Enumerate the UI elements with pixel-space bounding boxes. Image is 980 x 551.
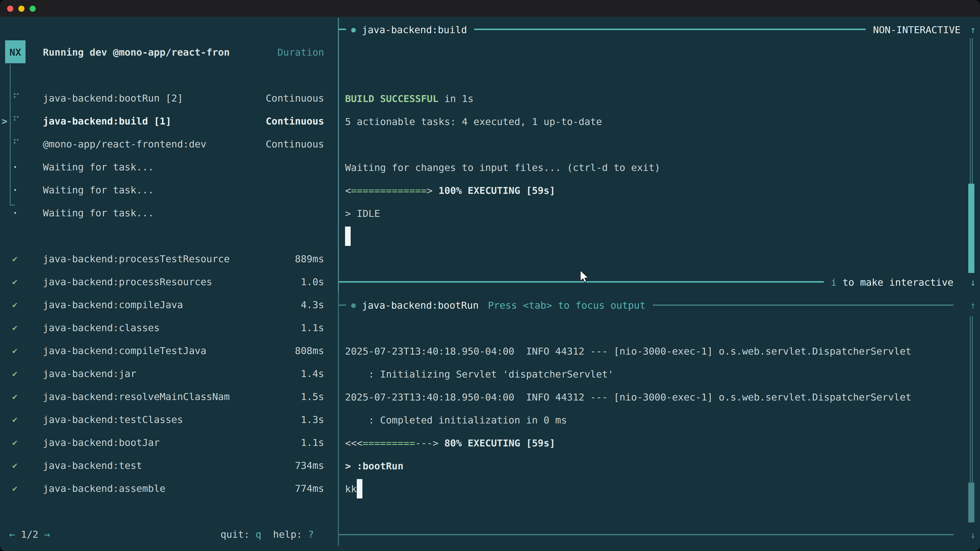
check-icon: ✔ <box>12 368 30 378</box>
scrollbar-thumb[interactable] <box>968 184 974 273</box>
task-label: java-backend:compileTestJava <box>43 345 207 356</box>
task-label: @mono-app/react-frontend:dev <box>43 138 207 149</box>
sidebar-title: Running dev @mono-app/react-fron <box>43 46 230 57</box>
completed-task-row[interactable]: ✔ java-backend:compileTestJava 808ms <box>0 339 334 362</box>
typed-input-text: kk <box>345 483 357 494</box>
progress-bar-fill: ========= <box>363 437 415 448</box>
duration-column-header: Duration <box>277 46 324 57</box>
task-row-frontend-dev[interactable]: ⠋ @mono-app/react-frontend:dev Continuou… <box>0 132 334 155</box>
completed-task-row[interactable]: ✔ java-backend:jar 1.4s <box>0 362 334 385</box>
task-label: java-backend:bootRun [2] <box>43 92 183 103</box>
task-tree-guide-corner <box>10 205 15 206</box>
build-panel-header: ● java-backend:build NON-INTERACTIVE ↑ <box>339 18 976 41</box>
progress-close-bracket: > <box>427 184 433 196</box>
scroll-up-icon[interactable]: ↑ <box>961 24 976 35</box>
log-line: : Initializing Servlet 'dispatcherServle… <box>345 362 976 385</box>
completed-task-row[interactable]: ✔ java-backend:classes 1.1s <box>0 316 334 339</box>
build-time-text: in 1s <box>438 93 473 104</box>
mouse-cursor <box>580 270 589 284</box>
check-icon: ✔ <box>12 483 30 493</box>
scroll-down-icon[interactable]: ↓ <box>961 276 976 287</box>
current-task-line: > :bootRun <box>345 454 976 477</box>
page-left-icon[interactable]: ← <box>9 528 15 540</box>
task-row-bootrun[interactable]: ⠋ java-backend:bootRun [2] Continuous <box>0 86 334 109</box>
check-icon: ✔ <box>12 345 30 355</box>
waiting-label: Waiting for task... <box>43 161 154 172</box>
completed-task-row[interactable]: ✔ java-backend:processResources 1.0s <box>0 270 334 293</box>
scrollbar-thumb[interactable] <box>968 483 974 522</box>
task-duration: 1.1s <box>301 322 324 333</box>
completed-task-row[interactable]: ✔ java-backend:test 734ms <box>0 454 334 476</box>
completed-task-row[interactable]: ✔ java-backend:bootJar 1.1s <box>0 430 334 454</box>
task-duration: 1.5s <box>301 391 324 402</box>
log-text: : Initializing Servlet 'dispatcherServle… <box>345 368 614 380</box>
zoom-button[interactable] <box>30 5 36 11</box>
task-duration: 1.4s <box>301 368 324 379</box>
close-button[interactable] <box>7 5 13 11</box>
border-corner <box>339 29 346 30</box>
pager: ← 1/2 → <box>9 528 50 540</box>
completed-task-row[interactable]: ✔ java-backend:compileJava 4.3s <box>0 293 334 316</box>
completed-task-row[interactable]: ✔ java-backend:processTestResource 889ms <box>0 247 334 270</box>
completed-task-row[interactable]: ✔ java-backend:assemble 774ms <box>0 476 334 499</box>
waiting-task-row: · Waiting for task... <box>0 155 334 178</box>
quit-label: quit: <box>221 528 256 540</box>
build-successful-text: BUILD SUCCESSFUL <box>345 93 438 104</box>
log-line: 2025-07-23T13:40:18.950-04:00 INFO 44312… <box>345 339 976 362</box>
interactive-hint-text: to make interactive <box>837 276 953 287</box>
task-duration: 808ms <box>295 345 324 356</box>
input-line[interactable]: kk <box>345 477 976 500</box>
scroll-up-icon[interactable]: ↑ <box>961 299 976 310</box>
gradle-progress-line: < ============= > 100% EXECUTING [59s] <box>345 179 976 202</box>
tasks-summary-line: 5 actionable tasks: 4 executed, 1 up-to-… <box>345 110 976 133</box>
task-label: java-backend:testClasses <box>43 413 183 425</box>
bootrun-panel-title: java-backend:bootRun <box>362 299 479 310</box>
idle-line: > IDLE <box>345 202 976 224</box>
tasks-summary-text: 5 actionable tasks: 4 executed, 1 up-to-… <box>345 116 602 127</box>
completed-task-row[interactable]: ✔ java-backend:resolveMainClassNam 1.5s <box>0 385 334 408</box>
completed-task-row[interactable]: ✔ java-backend:testClasses 1.3s <box>0 408 334 430</box>
interactive-hint-key: i <box>831 276 837 287</box>
scroll-down-icon[interactable]: ↓ <box>961 529 976 540</box>
blank-line <box>345 500 976 523</box>
progress-remaining: ---> <box>415 437 439 448</box>
blank-line <box>345 64 976 87</box>
sidebar-header: NX Running dev @mono-app/react-fron Dura… <box>0 40 334 63</box>
task-label: java-backend:processTestResource <box>43 253 230 264</box>
log-line: 2025-07-23T13:40:18.950-04:00 INFO 44312… <box>345 385 976 408</box>
progress-bar-fill: ============= <box>351 184 427 196</box>
selection-chevron-icon: > <box>2 115 7 126</box>
current-task-text: > :bootRun <box>345 460 404 471</box>
task-label: java-backend:assemble <box>43 483 165 494</box>
scrollbar-track[interactable] <box>970 316 973 483</box>
blank-line <box>345 41 976 64</box>
build-panel-footer: i to make interactive ↓ <box>339 270 976 293</box>
task-row-build-selected[interactable]: > ⠋ java-backend:build [1] Continuous <box>0 109 334 132</box>
task-label: java-backend:build [1] <box>43 115 171 126</box>
page-right-icon[interactable]: → <box>44 528 50 540</box>
build-result-line: BUILD SUCCESSFUL in 1s <box>345 87 976 110</box>
check-icon: ✔ <box>12 391 30 401</box>
task-tree-guide-line <box>10 64 11 206</box>
pager-gap <box>38 528 44 540</box>
task-label: java-backend:test <box>43 459 142 471</box>
task-label: java-backend:processResources <box>43 276 212 287</box>
task-duration: 1.0s <box>301 276 324 287</box>
task-duration: 1.1s <box>301 437 324 448</box>
task-bullet-icon: ● <box>351 25 356 34</box>
check-icon: ✔ <box>12 460 30 470</box>
task-label: java-backend:compileJava <box>43 299 183 310</box>
title-bar <box>0 0 980 17</box>
task-status: Continuous <box>266 115 324 126</box>
check-icon: ✔ <box>12 253 30 264</box>
gradle-progress-line: <<< ========= ---> 80% EXECUTING [59s] <box>345 431 976 454</box>
spacer-row <box>0 224 334 247</box>
border-corner <box>339 304 346 305</box>
cursor-line <box>345 224 976 248</box>
blank-line <box>345 133 976 156</box>
quit-key: q <box>256 528 261 540</box>
build-panel-title: java-backend:build <box>362 24 467 35</box>
minimize-button[interactable] <box>18 5 24 11</box>
scrollbar-track[interactable] <box>970 38 973 184</box>
log-text: : Completed initialization in 0 ms <box>345 414 567 425</box>
